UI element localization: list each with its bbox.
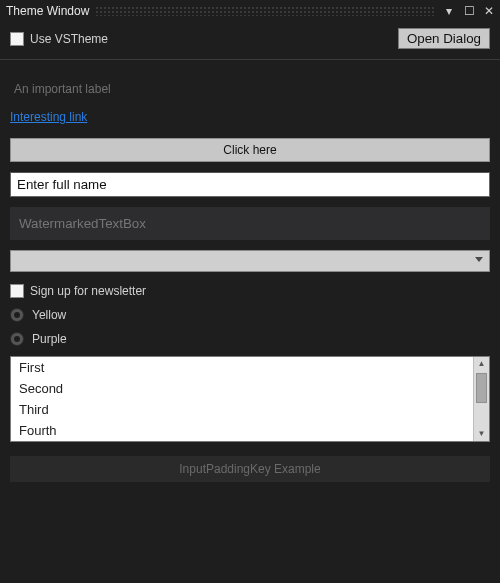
chevron-down-icon [475,257,483,262]
click-here-button[interactable]: Click here [10,138,490,162]
newsletter-row[interactable]: Sign up for newsletter [10,284,490,298]
radio-purple-row[interactable]: Purple [10,332,490,346]
combobox[interactable] [10,250,490,272]
watermarked-textbox[interactable] [10,207,490,240]
dropdown-icon[interactable]: ▾ [442,4,456,18]
use-vstheme-checkbox[interactable] [10,32,24,46]
scroll-up-icon[interactable]: ▲ [474,357,489,371]
scroll-down-icon[interactable]: ▼ [474,427,489,441]
listbox-items: First Second Third Fourth [11,357,473,441]
list-item[interactable]: First [11,357,473,378]
use-vstheme-label: Use VSTheme [30,32,108,46]
window-title: Theme Window [6,4,89,18]
list-item[interactable]: Third [11,399,473,420]
radio-purple-label: Purple [32,332,67,346]
radio-purple[interactable] [10,332,24,346]
interesting-link[interactable]: Interesting link [10,110,87,124]
list-item[interactable]: Second [11,378,473,399]
window-controls: ▾ ☐ ✕ [442,4,496,18]
newsletter-checkbox[interactable] [10,284,24,298]
close-icon[interactable]: ✕ [482,4,496,18]
radio-yellow[interactable] [10,308,24,322]
open-dialog-button[interactable]: Open Dialog [398,28,490,49]
newsletter-label: Sign up for newsletter [30,284,146,298]
list-item[interactable]: Fourth [11,420,473,441]
fullname-input[interactable] [10,172,490,197]
titlebar-drag-area[interactable] [95,6,436,16]
top-row: Use VSTheme Open Dialog [0,22,500,59]
listbox[interactable]: First Second Third Fourth ▲ ▼ [10,356,490,442]
scroll-thumb[interactable] [476,373,487,403]
scrollbar[interactable]: ▲ ▼ [473,357,489,441]
radio-yellow-row[interactable]: Yellow [10,308,490,322]
radio-yellow-label: Yellow [32,308,66,322]
content-area: An important label Interesting link Clic… [0,60,500,492]
maximize-icon[interactable]: ☐ [462,4,476,18]
important-label: An important label [10,74,490,110]
input-padding-example: InputPaddingKey Example [10,456,490,482]
titlebar: Theme Window ▾ ☐ ✕ [0,0,500,22]
